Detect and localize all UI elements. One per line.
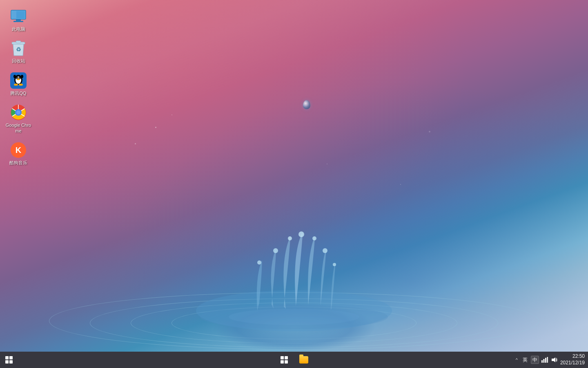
folder-icon <box>299 356 308 364</box>
ime-button[interactable]: 中 <box>531 356 539 364</box>
clock-date: 2021/12/19 <box>560 360 585 366</box>
svg-point-29 <box>21 75 23 78</box>
sparkle-3 <box>135 143 136 144</box>
icon-label-chrome: Google Chrome <box>4 122 32 134</box>
desktop: 此电脑 ♻ 回收站 <box>0 0 588 352</box>
svg-point-6 <box>323 248 327 253</box>
windows-center-logo-icon <box>281 356 288 364</box>
svg-point-26 <box>14 83 18 85</box>
kuwo-icon: K <box>10 142 27 158</box>
svg-point-28 <box>13 75 16 78</box>
sparkle-1 <box>155 127 156 128</box>
taskbar-system-tray: ^ 英 中 22:50 <box>514 352 588 368</box>
language-indicator[interactable]: 英 <box>521 356 529 364</box>
svg-rect-42 <box>543 359 544 363</box>
windows-logo-icon <box>5 356 13 364</box>
icon-qq[interactable]: 腾讯QQ <box>2 69 35 99</box>
tray-expand-button[interactable]: ^ <box>514 357 519 363</box>
system-clock[interactable]: 22:50 2021/12/19 <box>560 353 585 366</box>
svg-rect-14 <box>13 21 23 22</box>
sparkle-2 <box>172 114 172 115</box>
win-logo-pane-1 <box>5 356 9 359</box>
svg-point-27 <box>19 83 23 85</box>
desktop-icons: 此电脑 ♻ 回收站 <box>0 4 37 170</box>
win-logo-pane-3 <box>5 360 9 364</box>
svg-rect-43 <box>545 358 546 363</box>
monitor-icon <box>10 8 27 25</box>
icon-google-chrome[interactable]: Google Chrome <box>2 101 35 137</box>
taskbar: ^ 英 中 22:50 <box>0 352 588 368</box>
svg-point-5 <box>312 236 316 240</box>
svg-point-38 <box>16 110 20 114</box>
svg-point-2 <box>273 248 278 253</box>
svg-text:K: K <box>16 146 22 155</box>
svg-point-25 <box>17 79 20 80</box>
win-logo-center-pane-1 <box>281 356 284 359</box>
taskbar-pinned-apps <box>275 352 313 368</box>
chrome-icon <box>10 104 27 121</box>
icon-this-pc[interactable]: 此电脑 <box>2 5 35 35</box>
icon-recycle-bin[interactable]: ♻ 回收站 <box>2 37 35 67</box>
wallpaper-water-scene <box>0 0 588 352</box>
svg-point-23 <box>17 78 18 79</box>
svg-point-9 <box>229 309 359 325</box>
win-logo-center-pane-3 <box>281 360 284 364</box>
svg-rect-44 <box>547 357 548 363</box>
taskbar-left <box>0 352 18 368</box>
taskbar-file-explorer[interactable] <box>295 352 313 368</box>
svg-rect-41 <box>541 360 543 363</box>
icon-label-kuwo: 酷狗音乐 <box>9 160 27 166</box>
language-text: 英 <box>523 357 528 364</box>
win-logo-center-pane-2 <box>285 356 288 359</box>
svg-point-24 <box>19 78 20 79</box>
water-drop-ball <box>303 100 310 109</box>
svg-point-1 <box>257 260 261 265</box>
svg-rect-16 <box>16 41 21 43</box>
win-logo-pane-4 <box>9 360 13 364</box>
recycle-bin-icon: ♻ <box>10 40 27 56</box>
svg-rect-12 <box>11 11 16 18</box>
volume-icon-svg <box>551 357 558 363</box>
qq-icon <box>10 72 27 89</box>
svg-rect-13 <box>16 19 21 21</box>
svg-point-7 <box>333 263 336 266</box>
start-button[interactable] <box>0 352 18 368</box>
taskbar-start-center[interactable] <box>275 352 293 368</box>
sparkle-4 <box>327 164 327 164</box>
network-icon[interactable] <box>541 356 549 364</box>
clock-time: 22:50 <box>572 353 585 360</box>
sparkle-5 <box>429 131 430 132</box>
win-logo-center-pane-4 <box>285 360 288 364</box>
svg-point-3 <box>288 236 292 240</box>
ime-text: 中 <box>532 357 537 364</box>
icon-label-this-pc: 此电脑 <box>12 26 25 32</box>
win-logo-pane-2 <box>9 356 13 359</box>
network-icon-svg <box>541 357 548 363</box>
svg-marker-45 <box>552 357 555 362</box>
sparkle-6 <box>400 184 401 185</box>
icon-label-qq: 腾讯QQ <box>10 90 26 96</box>
svg-text:♻: ♻ <box>16 46 21 53</box>
water-crown-svg <box>192 196 396 327</box>
icon-label-recycle-bin: 回收站 <box>12 58 25 64</box>
svg-point-4 <box>298 231 304 237</box>
icon-kuwo-music[interactable]: K 酷狗音乐 <box>2 139 35 169</box>
volume-icon[interactable] <box>550 356 559 364</box>
